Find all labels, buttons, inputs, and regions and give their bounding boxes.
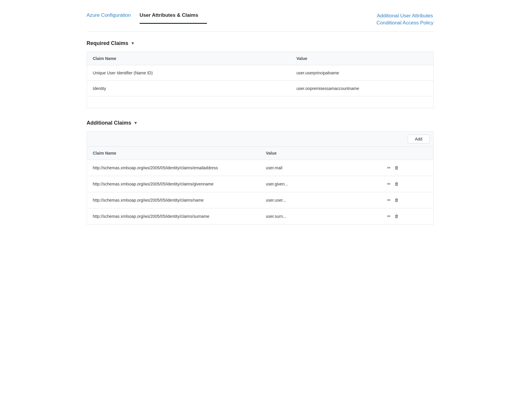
additional-claims-container: Add Claim Name Value http://schemas.xmls… [87, 131, 434, 225]
additional-claim-value-cell: user.given... [260, 176, 381, 192]
additional-claims-chevron: ▼ [134, 121, 138, 125]
edit-icon[interactable]: ✏ [387, 214, 391, 219]
additional-claims-table: Claim Name Value http://schemas.xmlsoap.… [87, 147, 433, 224]
claim-name-cell: Unique User Identifier (Name ID) [87, 65, 291, 81]
additional-claims-label: Additional Claims [87, 120, 131, 126]
top-nav: Azure Configuration User Attributes & Cl… [87, 9, 434, 31]
additional-claim-name-cell: http://schemas.xmlsoap.org/ws/2005/05/id… [87, 160, 260, 176]
additional-col-value-header: Value [260, 147, 381, 160]
edit-icon[interactable]: ✏ [387, 181, 391, 187]
required-claims-header[interactable]: Required Claims ▼ [87, 40, 434, 46]
add-claim-button[interactable]: Add [408, 135, 430, 143]
tab-azure-config[interactable]: Azure Configuration [87, 9, 140, 23]
claim-value-cell: user.onpremisessamaccountname [291, 81, 433, 96]
table-row: http://schemas.xmlsoap.org/ws/2005/05/id… [87, 160, 433, 176]
additional-claim-name-cell: http://schemas.xmlsoap.org/ws/2005/05/id… [87, 176, 260, 192]
table-row: http://schemas.xmlsoap.org/ws/2005/05/id… [87, 176, 433, 192]
delete-icon[interactable]: 🗑 [394, 181, 399, 186]
required-claims-chevron: ▼ [131, 41, 135, 46]
table-row: Identity user.onpremisessamaccountname [87, 81, 433, 96]
table-row: http://schemas.xmlsoap.org/ws/2005/05/id… [87, 192, 433, 208]
delete-icon[interactable]: 🗑 [394, 165, 399, 170]
edit-icon[interactable]: ✏ [387, 165, 391, 170]
tab-additional-conditional[interactable]: Additional User Attributes Conditional A… [377, 9, 434, 31]
claim-name-cell: Identity [87, 81, 291, 96]
additional-claims-toolbar: Add [87, 132, 433, 147]
additional-col-name-header: Claim Name [87, 147, 260, 160]
claim-value-cell: user.userprincipalname [291, 65, 433, 81]
table-row: http://schemas.xmlsoap.org/ws/2005/05/id… [87, 208, 433, 224]
additional-col-actions-header [381, 147, 433, 160]
additional-claims-header-row: Claim Name Value [87, 147, 433, 160]
additional-claim-actions-cell: ✏ 🗑 [381, 160, 433, 176]
tab-additional-user-attributes: Additional User Attributes [377, 12, 434, 19]
additional-claim-name-cell: http://schemas.xmlsoap.org/ws/2005/05/id… [87, 192, 260, 208]
required-claims-section: Required Claims ▼ Claim Name Value Uniqu… [87, 40, 434, 108]
required-col-name-header: Claim Name [87, 52, 291, 65]
additional-claims-header[interactable]: Additional Claims ▼ [87, 120, 434, 126]
tab-conditional-access-policy: Conditional Access Policy [377, 19, 434, 26]
additional-claim-value-cell: user.surn... [260, 208, 381, 224]
delete-icon[interactable]: 🗑 [394, 198, 399, 203]
required-col-value-header: Value [291, 52, 433, 65]
additional-claim-value-cell: user.mail [260, 160, 381, 176]
required-claims-header-row: Claim Name Value [87, 52, 433, 65]
required-claims-table: Claim Name Value Unique User Identifier … [87, 52, 434, 108]
additional-claim-actions-cell: ✏ 🗑 [381, 208, 433, 224]
tab-user-attributes-claims[interactable]: User Attributes & Claims [140, 9, 207, 24]
additional-claim-actions-cell: ✏ 🗑 [381, 176, 433, 192]
edit-icon[interactable]: ✏ [387, 198, 391, 203]
table-row-empty [87, 96, 433, 108]
additional-claim-value-cell: user.user... [260, 192, 381, 208]
empty-cell [87, 96, 433, 108]
additional-claims-section: Additional Claims ▼ Add Claim Name Value… [87, 120, 434, 225]
required-claims-label: Required Claims [87, 40, 128, 46]
table-row: Unique User Identifier (Name ID) user.us… [87, 65, 433, 81]
delete-icon[interactable]: 🗑 [394, 214, 399, 219]
additional-claim-name-cell: http://schemas.xmlsoap.org/ws/2005/05/id… [87, 208, 260, 224]
additional-claim-actions-cell: ✏ 🗑 [381, 192, 433, 208]
